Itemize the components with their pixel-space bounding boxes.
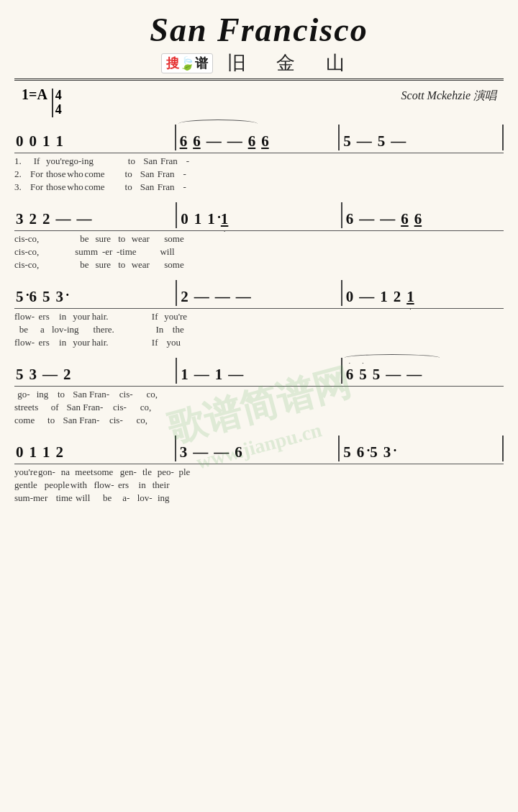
key-signature: 1=A 4 4 xyxy=(22,86,62,117)
time-signature: 4 4 xyxy=(52,89,62,117)
note: — xyxy=(76,210,94,228)
lyrics-2: cis-co, be sure to wear some cis-co, sum… xyxy=(14,231,504,273)
section-4: 5 3 — 2 1 — 1 — · 6 · xyxy=(14,355,504,428)
section-1: 0 0 1 1 6 6 — — 6 6 5 — 5 — xyxy=(14,122,504,195)
note: 5 xyxy=(342,132,353,150)
note: 0 xyxy=(28,132,39,150)
logo-leaf: 🍃 xyxy=(179,55,195,71)
segment-5-2: 3 — — 6 xyxy=(178,443,337,461)
lyric-line-3: 3. For those who come to San Fran - xyxy=(14,181,504,194)
lyric-line-1: you're gon- na meet some gen- tle peo- p… xyxy=(14,466,504,479)
segment-1-3: 5 — 5 — xyxy=(342,132,500,150)
note: 6 xyxy=(191,132,202,150)
bar-line xyxy=(175,125,176,150)
note: — xyxy=(191,443,209,461)
bar-line xyxy=(341,358,342,384)
note: — xyxy=(358,288,376,306)
logo-black: 谱 xyxy=(195,55,208,72)
note: — xyxy=(405,366,423,384)
subtitle: 旧 金 山 xyxy=(227,50,358,76)
segment-3-3: 0 — 1 2 1 · xyxy=(345,288,504,306)
section-2: 3 2 2 — — 0 1 1 · 1 · xyxy=(14,199,504,273)
lyric-line-3: come to San Fran- cis- co, xyxy=(14,414,504,427)
page: 歌谱简谱网 www.jianpu.cn San Francisco 搜 🍃 谱 … xyxy=(0,0,518,812)
bar-line xyxy=(341,280,342,306)
note: — xyxy=(205,132,223,150)
segment-5-1: 0 1 1 2 xyxy=(14,443,173,461)
note: 5 xyxy=(41,288,52,306)
note: 5 xyxy=(342,443,353,461)
segment-4-2: 1 — 1 — xyxy=(179,366,338,384)
note: · 5 xyxy=(358,366,368,384)
note: — xyxy=(214,288,232,306)
note: 6 xyxy=(178,132,189,150)
lyrics-5: you're gon- na meet some gen- tle peo- p… xyxy=(14,464,504,506)
bar-line xyxy=(338,436,340,461)
lyrics-4: go- ing to San Fran- cis- co, streets of… xyxy=(14,387,504,428)
section-3: 5 · 6 5 3 · 2 — — — 0 — xyxy=(14,277,504,351)
bar-line xyxy=(175,436,176,461)
note: 1 xyxy=(55,132,65,150)
note: — xyxy=(384,366,402,384)
lyric-line-3: cis-co, be sure to wear some xyxy=(14,258,504,271)
notes-line-1: 0 0 1 1 6 6 — — 6 6 5 — 5 — xyxy=(14,122,504,153)
note: 6 xyxy=(247,132,258,150)
note: 6 xyxy=(233,443,244,461)
bar-line xyxy=(341,202,342,228)
segment-4-3: · 6 · 5 5 — — xyxy=(345,366,504,384)
note: — xyxy=(389,132,407,150)
section-5: 0 1 1 2 3 — — 6 5 6 · 5 xyxy=(14,433,504,506)
lyric-line-1: go- ing to San Fran- cis- co, xyxy=(14,388,504,401)
note: 3 · xyxy=(382,443,393,461)
segment-3-2: 2 — — — xyxy=(179,288,338,306)
note: · 6 xyxy=(345,366,355,384)
segment-5-3: 5 6 · 5 3 · xyxy=(342,443,500,461)
note: 5 · xyxy=(14,288,25,306)
note: 2 xyxy=(41,210,52,228)
note: 1 · xyxy=(405,288,416,306)
note: 1 xyxy=(193,210,204,228)
note: 6 xyxy=(345,210,355,228)
time-top: 4 xyxy=(55,89,62,103)
song-title: San Francisco xyxy=(14,11,504,49)
note: — xyxy=(235,288,253,306)
note: — xyxy=(226,132,244,150)
lyric-line-2: 2. For those who come to San Fran - xyxy=(14,168,504,181)
note: 0 xyxy=(14,443,25,461)
segment-2-2: 0 1 1 · 1 · xyxy=(179,210,338,228)
bar-line xyxy=(338,125,340,150)
note: 6 · xyxy=(355,443,366,461)
note: — xyxy=(212,443,230,461)
bar-line xyxy=(176,202,177,228)
note: — xyxy=(193,288,211,306)
note: 3 xyxy=(14,210,25,228)
note: 1 xyxy=(41,132,52,150)
note: 5 xyxy=(371,366,382,384)
segment-2-1: 3 2 2 — — xyxy=(14,210,173,228)
bar-line xyxy=(502,125,504,150)
note: 1 xyxy=(179,366,190,384)
note: 0 xyxy=(14,132,25,150)
note: 1 xyxy=(214,366,224,384)
note: 2 xyxy=(55,443,65,461)
note: 0 xyxy=(345,288,355,306)
lyric-line-2: be a lov-ing there. In the xyxy=(14,323,504,336)
lyric-line-1: 1. If you're go-ing to San Fran - xyxy=(14,155,504,168)
bar-line xyxy=(502,436,504,461)
note: — xyxy=(55,210,73,228)
note: — xyxy=(227,366,245,384)
notes-line-4: 5 3 — 2 1 — 1 — · 6 · xyxy=(14,355,504,387)
logo: 搜 🍃 谱 xyxy=(161,53,213,73)
lyrics-3: flow- ers in your hair. If you're be a l… xyxy=(14,309,504,351)
note: 2 xyxy=(62,366,73,384)
note: 2 xyxy=(179,288,190,306)
note: 3 xyxy=(178,443,189,461)
lyric-line-3: sum-mer time will be a- lov- ing xyxy=(14,492,504,505)
note: 6 xyxy=(399,210,410,228)
lyric-line-2: gentle people with flow- ers in their xyxy=(14,479,504,492)
header: San Francisco 搜 🍃 谱 旧 金 山 xyxy=(14,7,504,81)
logo-red: 搜 xyxy=(166,55,179,72)
segment-1-2: 6 6 — — 6 6 xyxy=(178,132,337,150)
note: 5 xyxy=(368,443,379,461)
time-bottom: 4 xyxy=(55,103,62,117)
